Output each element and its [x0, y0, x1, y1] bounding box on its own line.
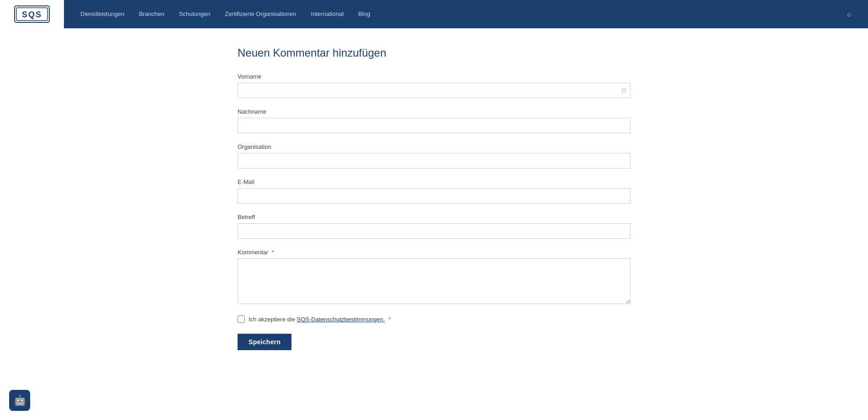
privacy-checkbox-row: Ich akzeptiere die SQS-Datenschutzbestim… [238, 315, 630, 323]
vorname-group: Vorname ☷ [238, 73, 630, 98]
vorname-label: Vorname [238, 73, 630, 80]
search-icon[interactable]: ⌕ [840, 10, 859, 18]
kommentar-textarea[interactable] [238, 258, 630, 304]
betreff-label: Betreff [238, 214, 630, 220]
submit-button[interactable]: Speichern [238, 334, 291, 350]
nav-international[interactable]: International [304, 0, 351, 28]
privacy-label[interactable]: Ich akzeptiere die SQS-Datenschutzbestim… [249, 316, 391, 323]
nav-zertifizierte[interactable]: Zertifizierte Organisationen [217, 0, 303, 28]
site-header: SQS Dienstleistungen Branchen Schulungen… [0, 0, 868, 28]
nachname-input[interactable] [238, 118, 630, 133]
privacy-checkbox[interactable] [238, 315, 245, 323]
svg-text:SQS: SQS [22, 10, 42, 19]
sqs-logo: SQS [14, 5, 50, 23]
betreff-group: Betreff [238, 214, 630, 239]
nav-branchen[interactable]: Branchen [132, 0, 172, 28]
privacy-required-star: * [386, 316, 391, 323]
main-content: Neuen Kommentar hinzufügen Vorname ☷ Nac… [228, 47, 640, 378]
organisation-group: Organisation [238, 143, 630, 168]
email-group: E-Mail [238, 178, 630, 204]
page-title: Neuen Kommentar hinzufügen [238, 47, 630, 59]
privacy-link[interactable]: SQS-Datenschutzbestimmungen. [297, 316, 385, 323]
organisation-label: Organisation [238, 143, 630, 150]
chatbot-icon: 🤖 [14, 394, 26, 396]
nav-schulungen[interactable]: Schulungen [172, 0, 218, 28]
email-input[interactable] [238, 188, 630, 204]
nav-blog[interactable]: Blog [351, 0, 377, 28]
vorname-input-wrapper: ☷ [238, 83, 630, 98]
main-nav: Dienstleistungen Branchen Schulungen Zer… [64, 0, 868, 28]
betreff-input[interactable] [238, 223, 630, 239]
organisation-input[interactable] [238, 153, 630, 168]
kommentar-label: Kommentar * [238, 249, 630, 256]
kommentar-required-star: * [272, 249, 274, 256]
kommentar-group: Kommentar * [238, 249, 630, 305]
chatbot-widget[interactable]: 🤖 [9, 390, 30, 396]
vorname-input[interactable] [238, 83, 630, 98]
nachname-label: Nachname [238, 108, 630, 115]
nachname-group: Nachname [238, 108, 630, 133]
logo-area: SQS [0, 0, 64, 28]
comment-form: Vorname ☷ Nachname Organisation E-Mail B… [238, 73, 630, 350]
email-label: E-Mail [238, 178, 630, 185]
nav-dienstleistungen[interactable]: Dienstleistungen [73, 0, 132, 28]
